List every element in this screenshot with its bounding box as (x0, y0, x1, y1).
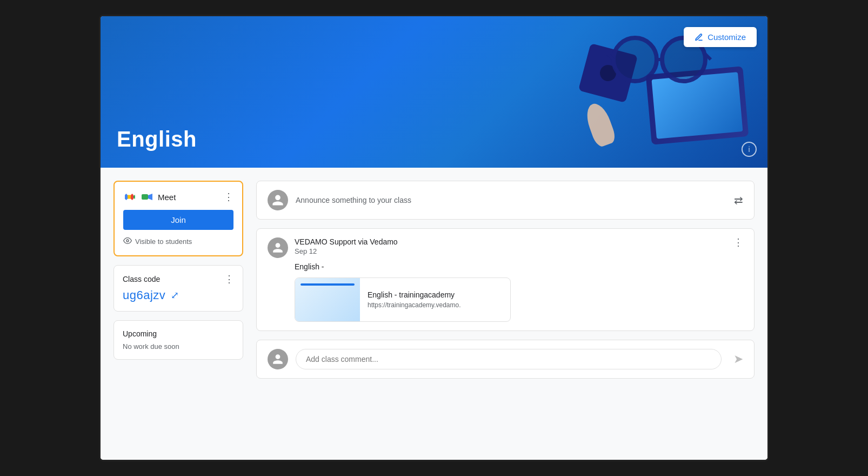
class-code-header: Class code ⋮ (123, 274, 234, 284)
post-person-icon (272, 242, 284, 254)
meet-title: Meet (158, 193, 176, 202)
main-content: Meet ⋮ Join Visible to students (101, 168, 767, 460)
post-author-avatar (268, 237, 288, 258)
link-info: English - trainingacademy https://traini… (360, 278, 469, 321)
svg-marker-8 (148, 194, 152, 200)
svg-point-10 (126, 240, 129, 242)
class-code-more-button[interactable]: ⋮ (224, 274, 234, 284)
meet-title-row: Meet (123, 190, 176, 203)
link-url: https://trainingacademy.vedamo. (368, 301, 461, 309)
user-avatar (268, 190, 288, 210)
announce-card: Announce something to your class ⇄ (256, 181, 755, 220)
feed: Announce something to your class ⇄ VEDAM… (256, 181, 755, 447)
link-thumbnail (295, 278, 360, 321)
upcoming-card: Upcoming No work due soon (113, 320, 243, 360)
meet-card: Meet ⋮ Join Visible to students (113, 181, 243, 256)
post-date: Sep 12 (295, 247, 398, 255)
commenter-avatar (268, 349, 288, 369)
post-author-info: VEDAMO Support via Vedamo Sep 12 (295, 237, 398, 255)
class-code-card: Class code ⋮ ug6ajzv ⤢ (113, 265, 243, 312)
class-code-value: ug6ajzv ⤢ (123, 288, 234, 302)
comment-input[interactable] (296, 349, 722, 369)
svg-point-5 (616, 40, 655, 79)
window-frame: English Customize i (99, 15, 769, 461)
person-icon (271, 194, 284, 207)
info-label: i (748, 145, 750, 154)
join-button[interactable]: Join (123, 210, 233, 230)
eye-icon (123, 236, 132, 247)
link-title: English - trainingacademy (368, 290, 461, 299)
comment-card: ➤ (256, 340, 755, 379)
class-banner: English Customize i (101, 16, 767, 168)
announce-placeholder[interactable]: Announce something to your class (296, 196, 726, 204)
visible-row: Visible to students (123, 236, 233, 247)
class-title: English (117, 127, 197, 151)
post-author-name: VEDAMO Support via Vedamo (295, 237, 398, 246)
send-button[interactable]: ➤ (733, 352, 743, 366)
meet-icon (123, 190, 136, 203)
commenter-person-icon (272, 353, 284, 365)
post-more-button[interactable]: ⋮ (733, 237, 743, 247)
meet-brand-icon (141, 190, 153, 203)
no-work-text: No work due soon (123, 342, 234, 351)
class-code-text: ug6ajzv (123, 288, 165, 302)
link-preview[interactable]: English - trainingacademy https://traini… (295, 277, 511, 322)
meet-header: Meet ⋮ (123, 190, 233, 203)
post-header: VEDAMO Support via Vedamo Sep 12 ⋮ (268, 237, 743, 258)
info-icon[interactable]: i (742, 142, 757, 157)
customize-button[interactable]: Customize (684, 27, 757, 47)
expand-code-icon[interactable]: ⤢ (171, 289, 179, 301)
sidebar: Meet ⋮ Join Visible to students (113, 181, 243, 447)
switch-icon[interactable]: ⇄ (734, 194, 743, 207)
svg-rect-7 (142, 194, 148, 200)
upcoming-label: Upcoming (123, 329, 234, 338)
visible-label: Visible to students (135, 237, 192, 246)
meet-more-button[interactable]: ⋮ (224, 192, 233, 202)
post-author-row: VEDAMO Support via Vedamo Sep 12 (268, 237, 398, 258)
customize-label: Customize (707, 32, 746, 42)
post-body: English - (295, 262, 743, 271)
class-code-label: Class code (123, 275, 160, 283)
post-card: VEDAMO Support via Vedamo Sep 12 ⋮ Engli… (256, 228, 755, 331)
